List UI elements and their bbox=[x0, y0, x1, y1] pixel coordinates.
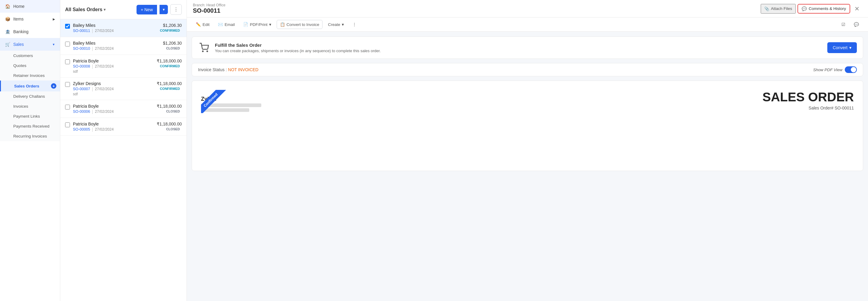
chevron-down-icon: ▾ bbox=[342, 22, 344, 27]
pdf-icon: 📄 bbox=[243, 22, 248, 27]
fulfill-title: Fulfill the Sales Order bbox=[215, 42, 823, 48]
so-number: SO-00011 bbox=[193, 7, 761, 14]
edit-button[interactable]: ✏️ Edit bbox=[193, 20, 213, 29]
chevron-right-icon: ▶ bbox=[53, 18, 55, 21]
order-list: Bailey Miles SO-00011 | 27/02/2024 $1,20… bbox=[60, 19, 187, 301]
order-list-item[interactable]: Patricia Boyle SO-00008 | 27/02/2024 sdf… bbox=[60, 55, 187, 78]
order-list-item[interactable]: Bailey Miles SO-00011 | 27/02/2024 $1,20… bbox=[60, 19, 187, 37]
more-actions-button[interactable]: ⋮ bbox=[349, 20, 360, 29]
order-amount: ₹1,18,000.00 bbox=[157, 104, 182, 109]
order-info: Bailey Miles SO-00011 | 27/02/2024 bbox=[73, 23, 155, 33]
order-id[interactable]: SO-00005 bbox=[73, 127, 90, 131]
order-id[interactable]: SO-00006 bbox=[73, 110, 90, 114]
new-button[interactable]: + New bbox=[136, 5, 157, 14]
order-status-badge: CONFIRMED bbox=[158, 86, 182, 91]
sidebar-item-recurring-invoices[interactable]: Recurring Invoices bbox=[0, 131, 60, 141]
close-button[interactable]: ✕ bbox=[852, 4, 862, 13]
more-options-button[interactable]: ⋮ bbox=[170, 4, 182, 15]
chevron-down-icon: ▾ bbox=[849, 45, 851, 50]
detail-panel: Branch: Head Office SO-00011 📎 Attach Fi… bbox=[187, 0, 868, 301]
new-button-dropdown[interactable]: ▾ bbox=[159, 5, 168, 14]
edit-icon: ✏️ bbox=[196, 22, 201, 27]
convert-to-invoice-button[interactable]: 📋 Convert to Invoice bbox=[277, 20, 323, 29]
cart-icon bbox=[198, 41, 210, 54]
detail-header: Branch: Head Office SO-00011 📎 Attach Fi… bbox=[187, 0, 868, 18]
chevron-down-icon: ▾ bbox=[269, 22, 271, 27]
order-status-badge: CLOSED bbox=[164, 109, 182, 114]
sidebar-item-banking[interactable]: 🏦 Banking bbox=[0, 25, 60, 38]
order-list-item[interactable]: Zylker Designs SO-00007 | 27/02/2024 sdf… bbox=[60, 78, 187, 100]
show-pdf-toggle[interactable] bbox=[845, 66, 857, 73]
order-list-item[interactable]: Bailey Miles SO-00010 | 27/02/2024 $1,20… bbox=[60, 37, 187, 55]
invoice-status-label: Invoice Status : NOT INVOICED bbox=[198, 67, 258, 72]
order-info: Patricia Boyle SO-00005 | 27/02/2024 bbox=[73, 122, 154, 132]
sidebar-item-invoices[interactable]: Invoices bbox=[0, 101, 60, 111]
order-info: Patricia Boyle SO-00006 | 27/02/2024 bbox=[73, 104, 154, 114]
order-checkbox[interactable] bbox=[65, 41, 70, 47]
list-title[interactable]: All Sales Orders ▾ bbox=[65, 7, 105, 12]
sidebar-item-label: Home bbox=[13, 4, 24, 9]
order-date: 27/02/2024 bbox=[95, 110, 114, 114]
sidebar-item-payments-received[interactable]: Payments Received bbox=[0, 121, 60, 131]
order-id[interactable]: SO-00007 bbox=[73, 87, 90, 91]
items-icon: 📦 bbox=[5, 16, 10, 22]
order-right: $1,206.30 CLOSED bbox=[163, 41, 182, 50]
order-id[interactable]: SO-00010 bbox=[73, 47, 90, 51]
detail-content: Fulfill the Sales Order You can create p… bbox=[187, 32, 868, 301]
sidebar-item-label: Banking bbox=[13, 29, 29, 34]
order-id[interactable]: SO-00008 bbox=[73, 64, 90, 68]
email-button[interactable]: ✉️ Email bbox=[215, 20, 238, 29]
pdf-print-button[interactable]: 📄 PDF/Print ▾ bbox=[240, 20, 274, 29]
sidebar-item-delivery-challans[interactable]: Delivery Challans bbox=[0, 91, 60, 101]
order-amount: ₹1,18,000.00 bbox=[157, 59, 182, 63]
branch-label: Branch: Head Office bbox=[193, 3, 761, 7]
paperclip-icon: 📎 bbox=[764, 6, 770, 11]
sidebar-item-quotes[interactable]: Quotes bbox=[0, 61, 60, 70]
order-checkbox[interactable] bbox=[65, 104, 70, 110]
invoice-status-value: NOT INVOICED bbox=[228, 67, 258, 72]
sidebar-item-items[interactable]: 📦 Items ▶ bbox=[0, 13, 60, 25]
order-list-item[interactable]: Patricia Boyle SO-00005 | 27/02/2024 ₹1,… bbox=[60, 118, 187, 136]
order-meta: SO-00005 | 27/02/2024 bbox=[73, 127, 154, 132]
order-list-item[interactable]: Patricia Boyle SO-00006 | 27/02/2024 ₹1,… bbox=[60, 100, 187, 118]
order-status-badge: CONFIRMED bbox=[158, 28, 182, 33]
order-meta: SO-00010 | 27/02/2024 bbox=[73, 46, 160, 51]
order-date: 27/02/2024 bbox=[95, 64, 114, 68]
attach-files-button[interactable]: 📎 Attach Files bbox=[761, 4, 796, 13]
order-customer-name: Bailey Miles bbox=[73, 41, 160, 46]
invoice-icon: 📋 bbox=[280, 22, 285, 27]
sidebar-item-payment-links[interactable]: Payment Links bbox=[0, 111, 60, 121]
pdf-right: SALES ORDER Sales Order# SO-00011 bbox=[763, 90, 854, 110]
order-checkbox[interactable] bbox=[65, 24, 70, 29]
checklist-button[interactable]: ☑ bbox=[838, 20, 848, 29]
sidebar-item-sales[interactable]: 🛒 Sales ▼ bbox=[0, 38, 60, 51]
order-checkbox[interactable] bbox=[65, 59, 70, 64]
order-note: sdf bbox=[73, 92, 154, 96]
add-sales-order-icon[interactable]: + bbox=[51, 83, 56, 89]
sidebar-item-label: Sales bbox=[13, 42, 24, 47]
sidebar-item-retainer-invoices[interactable]: Retainer Invoices bbox=[0, 70, 60, 81]
svg-point-1 bbox=[207, 51, 208, 52]
order-right: ₹1,18,000.00 CLOSED bbox=[157, 122, 182, 131]
comment-icon: 💬 bbox=[802, 6, 807, 11]
sidebar-item-sales-orders[interactable]: Sales Orders + bbox=[0, 81, 60, 91]
create-button[interactable]: Create ▾ bbox=[325, 20, 347, 29]
confirmed-ribbon: Confirmed bbox=[201, 90, 226, 113]
convert-button[interactable]: Convert ▾ bbox=[827, 42, 857, 53]
order-amount: $1,206.30 bbox=[163, 41, 182, 46]
order-separator: | bbox=[92, 87, 93, 91]
sidebar-item-customers[interactable]: Customers bbox=[0, 51, 60, 61]
chat-button[interactable]: 💬 bbox=[851, 20, 862, 29]
order-meta: SO-00007 | 27/02/2024 bbox=[73, 87, 154, 91]
order-id[interactable]: SO-00011 bbox=[73, 29, 90, 33]
order-status-badge: CLOSED bbox=[164, 127, 182, 131]
order-date: 27/02/2024 bbox=[95, 87, 114, 91]
fulfill-description: You can create packages, shipments or in… bbox=[215, 49, 823, 53]
email-icon: ✉️ bbox=[218, 22, 223, 27]
chevron-down-icon: ▾ bbox=[104, 7, 105, 12]
comments-history-button[interactable]: 💬 Comments & History bbox=[798, 4, 850, 13]
sidebar-item-home[interactable]: 🏠 Home bbox=[0, 0, 60, 13]
order-separator: | bbox=[92, 127, 93, 132]
order-checkbox[interactable] bbox=[65, 82, 70, 87]
order-checkbox[interactable] bbox=[65, 122, 70, 127]
